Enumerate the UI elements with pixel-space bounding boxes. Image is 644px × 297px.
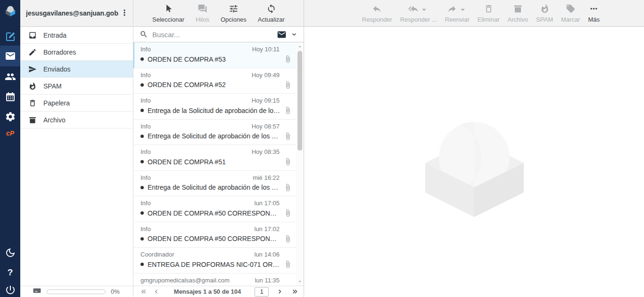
rail-item-logo — [0, 3, 20, 18]
message-row[interactable]: Infolun 17:02ORDEN DE COMPRA #50 CORRESP… — [133, 222, 296, 248]
message-meta: InfoHoy 08:57 — [140, 123, 296, 130]
message-subject: ORDEN DE COMPRA #52 — [148, 81, 281, 88]
rail-item-help[interactable]: ? — [0, 265, 20, 280]
reply-all-label: Responder ... — [400, 16, 437, 23]
message-time: Hoy 09:15 — [252, 97, 280, 104]
trash-icon — [484, 4, 494, 14]
unread-dot-icon — [140, 237, 144, 241]
rail-item-mail[interactable] — [0, 46, 20, 66]
message-row[interactable]: gmgrupomedicalsas@gmail.comlun 11:35 — [133, 273, 296, 286]
folder-item-spam[interactable]: SPAM — [20, 78, 133, 95]
message-subject: ORDEN DE COMPRA #53 — [148, 56, 281, 63]
message-subject-line: Entrega de la Solicitud de aprobación de… — [140, 106, 296, 114]
kebab-icon — [120, 8, 129, 17]
message-row[interactable]: InfoHoy 09:49ORDEN DE COMPRA #52 — [133, 68, 296, 94]
folder-item-entrada[interactable]: Entrada — [20, 27, 133, 44]
reply-button: Responder — [362, 4, 392, 23]
message-row[interactable]: Infomié 16:22Entrega de Solicitud de apr… — [133, 171, 296, 197]
message-subject: Entrega de Solicitud de aprobación de lo… — [148, 184, 281, 191]
message-row[interactable]: InfoHoy 09:15Entrega de la Solicitud de … — [133, 94, 296, 120]
message-time: Hoy 08:35 — [252, 148, 280, 155]
message-meta: Infomié 16:22 — [140, 174, 296, 181]
paperclip-icon — [284, 106, 292, 114]
chevron-down-icon[interactable] — [290, 31, 298, 38]
rail-item-cpanel[interactable]: cP — [0, 126, 20, 141]
message-subject-line: ORDEN DE COMPRA #53 — [140, 55, 296, 63]
archive-label: Archivo — [508, 16, 528, 23]
unread-dot-icon — [140, 109, 144, 112]
storage-icon — [33, 286, 41, 295]
caret-icon — [419, 5, 429, 15]
account-menu-button[interactable] — [120, 8, 130, 18]
message-subject-line: ORDEN DE COMPRA #51 — [140, 158, 296, 166]
folder-item-papelera[interactable]: Papelera — [20, 95, 133, 112]
message-row[interactable]: Coordinadorlun 14:06ENTREGA DE PROFORMAS… — [133, 248, 296, 273]
folder-item-enviados[interactable]: Enviados — [20, 61, 133, 78]
message-row[interactable]: InfoHoy 08:35ORDEN DE COMPRA #51 — [133, 145, 296, 171]
rail-item-logout[interactable] — [0, 282, 20, 297]
folder-item-borradores[interactable]: Borradores — [20, 44, 133, 61]
rail-item-settings[interactable] — [0, 109, 20, 124]
unread-dot-icon — [140, 135, 144, 138]
gear-icon — [5, 111, 16, 122]
refresh-icon — [266, 4, 276, 14]
select-button[interactable]: Seleccionar — [152, 4, 184, 23]
message-subject: ORDEN DE COMPRA #50 CORRESPONDIEN… — [148, 209, 281, 217]
scroll-up-icon[interactable] — [296, 43, 304, 50]
triangle-up-icon — [297, 44, 302, 49]
search-input[interactable] — [152, 31, 275, 39]
message-subject-line: Entrega de Solicitud de aprobación de lo… — [140, 132, 296, 140]
archive-iconrow — [513, 4, 523, 14]
delete-label: Eliminar — [478, 16, 500, 23]
folder-label: SPAM — [43, 82, 62, 90]
folder-label: Borradores — [43, 48, 76, 56]
scrollbar-thumb[interactable] — [297, 51, 302, 151]
reply-all-iconrow — [408, 4, 429, 14]
prev-page-button[interactable] — [152, 288, 160, 296]
message-meta: InfoHoy 10:11 — [140, 46, 296, 53]
compose-icon — [5, 31, 16, 42]
first-page-button[interactable] — [139, 288, 148, 296]
message-row[interactable]: Infolun 17:05ORDEN DE COMPRA #50 CORRESP… — [133, 196, 296, 222]
rail-item-compose[interactable] — [0, 29, 20, 44]
paperclip-icon — [284, 260, 292, 268]
message-time: mié 16:22 — [253, 174, 280, 181]
message-subject-line: ORDEN DE COMPRA #50 CORRESPONDIEN… — [140, 209, 296, 217]
delete-button: Eliminar — [478, 4, 500, 23]
message-row[interactable]: InfoHoy 08:57Entrega de Solicitud de apr… — [133, 120, 296, 145]
paperclip-icon — [284, 55, 292, 63]
refresh-button[interactable]: Actualizar — [258, 4, 285, 23]
paperclip-icon — [284, 132, 292, 140]
options-button[interactable]: Opciones — [221, 4, 247, 23]
message-list: InfoHoy 10:11ORDEN DE COMPRA #53InfoHoy … — [133, 42, 296, 286]
folder-label: Papelera — [43, 99, 70, 107]
list-scrollbar[interactable] — [296, 42, 304, 286]
message-sender: Info — [140, 225, 251, 233]
message-row[interactable]: InfoHoy 10:11ORDEN DE COMPRA #53 — [133, 42, 296, 68]
paperclip-icon — [284, 158, 292, 166]
message-subject-line: ORDEN DE COMPRA #52 — [140, 81, 296, 89]
last-page-button[interactable] — [290, 288, 299, 296]
next-page-button[interactable] — [275, 288, 284, 296]
rail-item-theme[interactable] — [0, 245, 20, 260]
reply-all-icon — [408, 4, 418, 14]
more-iconrow — [589, 4, 599, 14]
search-icon — [140, 30, 148, 39]
rail-item-calendar[interactable] — [0, 89, 20, 104]
rail-item-contacts[interactable] — [0, 69, 20, 84]
prev-page-icon — [152, 288, 160, 296]
inbox-icon — [28, 31, 37, 40]
archive-icon — [513, 4, 523, 14]
account-email: jesusgavilanes@sanjuan.gob.... — [26, 9, 119, 17]
folder-item-archivo[interactable]: Archivo — [20, 112, 133, 128]
scroll-down-icon[interactable] — [296, 278, 304, 285]
pagination-bar: Mensajes 1 a 50 de 104 — [133, 286, 304, 297]
folder-list: EntradaBorradoresEnviadosSPAMPapeleraArc… — [20, 27, 133, 128]
folder-label: Archivo — [43, 116, 66, 124]
storage-icon — [33, 286, 41, 297]
paperclip-icon — [284, 235, 292, 243]
more-button[interactable]: Más — [588, 4, 600, 23]
page-number-input[interactable] — [255, 287, 269, 297]
mail-filter-icon[interactable] — [277, 30, 287, 40]
message-subject-line: ENTREGA DE PROFORMAS NIC-071 ORGAN… — [140, 260, 296, 268]
